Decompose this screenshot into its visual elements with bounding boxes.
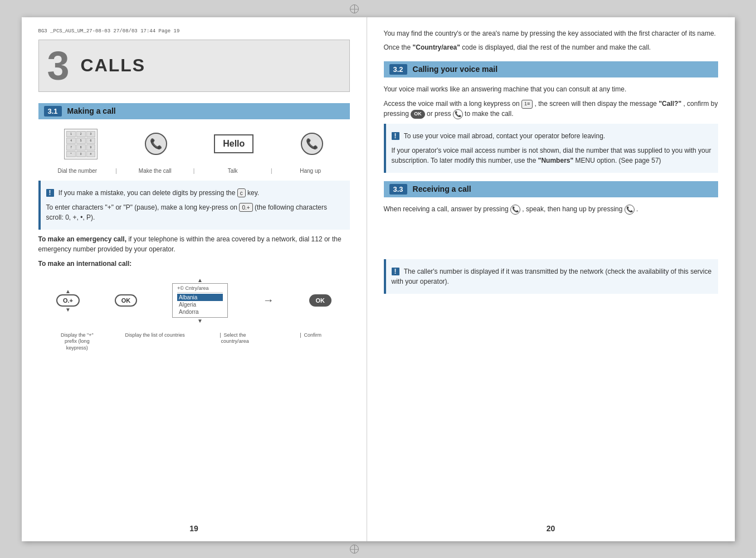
note-1-text: ! If you make a mistake, you can delete …: [46, 188, 344, 198]
diagram-labels: Dial the number | Make the call | Talk |…: [38, 168, 350, 174]
label-dial: Dial the number: [41, 168, 114, 174]
page-right: You may find the country's or the area's…: [367, 17, 735, 541]
section-32-title: Calling your voice mail: [413, 65, 498, 74]
section-32-number: 3.2: [389, 64, 407, 75]
intl-labels: Display the "+"prefix (longkeypress) Dis…: [38, 332, 350, 352]
note-icon-1: !: [46, 189, 54, 197]
ok2-btn: OK: [309, 294, 332, 307]
c-key: c: [237, 188, 246, 197]
section-33-header: 3.3 Receiving a call: [384, 181, 718, 197]
country-selected: Albania: [177, 294, 223, 301]
s32-text2: Access the voice mail with a long keypre…: [384, 99, 718, 119]
emergency-text: To make an emergency call, if your telep…: [38, 234, 350, 254]
oplus-arrows: ▲ O.+ ▼: [56, 288, 80, 313]
call-inline: 📞: [453, 109, 463, 119]
country-area-bold: "Country/area": [413, 43, 460, 51]
label-hangup: Hang up: [274, 168, 347, 174]
ok1-arrows: ▲ OK ▼: [115, 288, 138, 313]
section-32-header: 3.2 Calling your voice mail: [384, 61, 718, 77]
step-ok1: ▲ OK ▼: [115, 288, 138, 313]
intl-label-1: Display the "+"prefix (longkeypress): [38, 332, 116, 352]
page-meta: BG3 _PCS_AUS_UM_27-08-03 27/08/03 17:44 …: [38, 28, 350, 34]
section-31-header: 3.1 Making a call: [38, 103, 350, 119]
keypad-icon: 1 2 3 4 5 6 7 8 9 * 0 #: [64, 129, 97, 159]
section-31-number: 3.1: [44, 106, 62, 117]
country-item-2: Andorra: [177, 308, 223, 316]
making-call-diagram: 1 2 3 4 5 6 7 8 9 * 0 # 📞: [38, 126, 350, 162]
section-31-title: Making a call: [67, 106, 116, 115]
section-33-content: When receiving a call, answer by pressin…: [384, 204, 718, 294]
page-number-left: 19: [189, 524, 198, 533]
numbers-bold: "Numbers": [538, 157, 573, 164]
intl-label-4: | Confirm: [272, 332, 350, 352]
call-button-2: 📞: [300, 132, 324, 156]
page-number-right: 20: [547, 524, 555, 533]
intl-diagram: ▲ O.+ ▼ ▲ OK ▼ ▲ +© Cntry/area: [38, 274, 350, 327]
chapter-header: 3 CALLS: [38, 40, 350, 92]
note-icon-32: !: [392, 132, 399, 140]
svg-text:📞: 📞: [150, 138, 163, 150]
hangup-icon-svg: 📞: [300, 132, 324, 156]
hello-bubble: Hello: [214, 134, 253, 153]
note-32: ! To use your voice mail abroad, contact…: [384, 124, 718, 173]
note-32-text2: If your operator's voice mail access num…: [392, 145, 713, 166]
s33-text1: When receiving a call, answer by pressin…: [384, 204, 718, 215]
note-32-text1: ! To use your voice mail abroad, contact…: [392, 131, 713, 141]
one-key: 1≡: [521, 100, 533, 109]
arrow-right: →: [263, 294, 274, 307]
right-top-p2: Once the "Country/area" code is displaye…: [384, 42, 718, 53]
country-header: +© Cntry/area: [177, 285, 223, 293]
phone-icon-svg: 📞: [144, 132, 168, 156]
hangup-phone-icon: 📞: [625, 205, 635, 215]
answer-phone-icon: 📞: [510, 205, 520, 215]
step-ok2: OK: [309, 294, 332, 307]
label-make: Make the call: [119, 168, 192, 174]
step-country: ▲ +© Cntry/area Albania Algeria Andorra …: [172, 277, 228, 324]
call-button-1: 📞: [144, 132, 168, 156]
page-spread: BG3 _PCS_AUS_UM_27-08-03 27/08/03 17:44 …: [22, 17, 735, 541]
right-top-p1: You may find the country's or the area's…: [384, 28, 718, 39]
country-list: +© Cntry/area Albania Algeria Andorra: [172, 283, 228, 318]
country-arrows: ▲ +© Cntry/area Albania Algeria Andorra …: [172, 277, 228, 324]
section-33-number: 3.3: [389, 184, 407, 195]
chapter-number: 3: [47, 46, 70, 86]
svg-text:📞: 📞: [306, 138, 319, 150]
step-oplus: ▲ O.+ ▼: [56, 288, 80, 313]
o-plus-key: 0.+: [239, 203, 252, 212]
note-2-text: To enter characters "+" or "P" (pause), …: [46, 202, 344, 222]
oplus-btn: O.+: [56, 294, 80, 307]
section-33-title: Receiving a call: [413, 185, 471, 193]
note-icon-33: !: [392, 268, 399, 275]
intl-label-3: | Select the country/area: [194, 332, 272, 352]
section-32-content: Your voice mail works like an answering …: [384, 84, 718, 173]
note-33-text: ! The caller's number is displayed if it…: [392, 266, 713, 287]
ok-inline: OK: [411, 110, 425, 119]
intl-title: To make an international call:: [38, 259, 350, 269]
note-1: ! If you make a mistake, you can delete …: [38, 181, 350, 230]
page-left: BG3 _PCS_AUS_UM_27-08-03 27/08/03 17:44 …: [22, 17, 367, 541]
keypad: 1 2 3 4 5 6 7 8 9 * 0 #: [64, 129, 97, 159]
label-talk: Talk: [196, 168, 269, 174]
intl-label-2: Display the list of countries: [116, 332, 194, 352]
country-item-1: Algeria: [177, 301, 223, 308]
chapter-title: CALLS: [81, 55, 146, 76]
note-33: ! The caller's number is displayed if it…: [384, 259, 718, 294]
s32-text1: Your voice mail works like an answering …: [384, 84, 718, 94]
ok1-btn: OK: [115, 294, 138, 307]
s32-quote1: "Call?": [659, 100, 681, 108]
right-top-text: You may find the country's or the area's…: [384, 28, 718, 53]
